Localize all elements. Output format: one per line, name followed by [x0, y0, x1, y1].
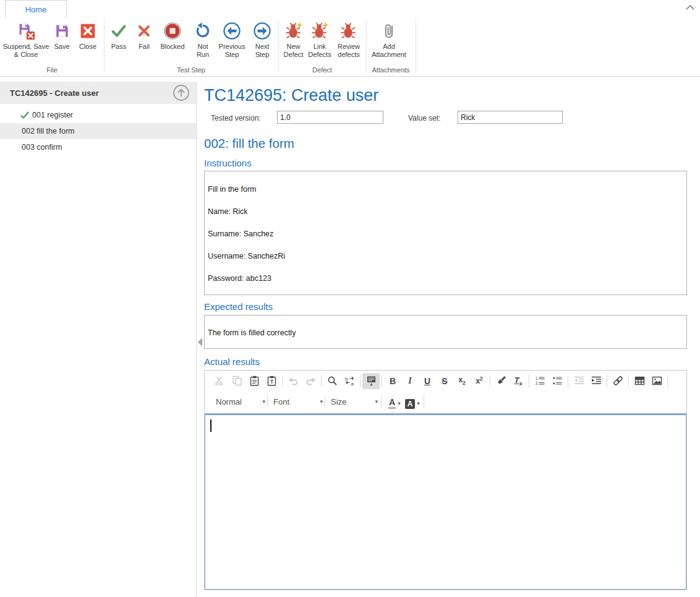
- italic-button[interactable]: I: [401, 373, 419, 389]
- toolbar-separator: [529, 375, 529, 387]
- font-dropdown[interactable]: Font ▾: [273, 394, 323, 409]
- insert-image-button[interactable]: [648, 373, 665, 389]
- format-painter-icon: [496, 376, 506, 386]
- previous-step-icon: [223, 20, 241, 41]
- toolbar-separator: [667, 375, 668, 387]
- paste-as-text-button[interactable]: T: [263, 373, 280, 389]
- paragraph-format-dropdown[interactable]: Normal ▾: [216, 394, 265, 409]
- undo-button[interactable]: [284, 373, 302, 389]
- save-icon: [53, 20, 70, 41]
- superscript-icon: x2: [476, 376, 483, 385]
- pass-icon: [109, 20, 128, 41]
- expected-results-box: The form is filled correctly: [204, 315, 687, 349]
- svg-text:T: T: [270, 379, 273, 385]
- button-label: Review defects: [334, 43, 364, 59]
- button-label: Add Attachment: [366, 43, 412, 59]
- value-set-input[interactable]: [458, 111, 563, 124]
- link-icon: [613, 376, 623, 386]
- find-button[interactable]: [323, 373, 341, 389]
- toolbar-separator: [424, 395, 424, 408]
- paperclip-icon: [380, 20, 398, 41]
- step-item-001-register[interactable]: 001 register: [0, 107, 196, 123]
- cut-button[interactable]: [211, 373, 228, 389]
- steps-sidebar: TC142695 - Create user 001 register 002 …: [0, 82, 197, 597]
- instruction-line: Name: Rick: [205, 200, 686, 223]
- subscript-button[interactable]: x2: [453, 373, 471, 389]
- instruction-line: Password: abc123: [205, 267, 686, 290]
- superscript-button[interactable]: x2: [471, 373, 488, 389]
- text-color-icon: A: [388, 398, 396, 409]
- toolbar-separator: [282, 375, 283, 387]
- collapse-ribbon-icon[interactable]: [685, 4, 695, 11]
- remove-format-icon: Tx: [514, 376, 523, 387]
- button-label: Save: [54, 43, 69, 51]
- bulleted-list-button[interactable]: [548, 373, 566, 389]
- not-run-icon: [194, 20, 212, 41]
- paragraph-format-value: Normal: [216, 397, 242, 406]
- svg-text:b: b: [345, 376, 348, 382]
- button-label: Blocked: [160, 43, 184, 51]
- decrease-indent-button[interactable]: [570, 373, 587, 389]
- actual-results-input[interactable]: [205, 413, 686, 590]
- format-painter-button[interactable]: [492, 373, 510, 389]
- remove-format-button[interactable]: Tx: [510, 373, 527, 389]
- subscript-icon: x2: [458, 376, 466, 386]
- splitter-collapse-handle[interactable]: [198, 338, 202, 346]
- text-color-button[interactable]: A ▾: [388, 394, 401, 409]
- underline-button[interactable]: U: [419, 373, 436, 389]
- insert-table-button[interactable]: [631, 373, 648, 389]
- bold-icon: B: [390, 376, 396, 386]
- size-dropdown[interactable]: Size ▾: [331, 394, 378, 409]
- actual-results-label: Actual results: [204, 356, 260, 367]
- button-label: Next Step: [250, 43, 275, 59]
- instruction-line: Fill in the form: [205, 178, 686, 200]
- redo-icon: [305, 376, 316, 386]
- sidebar-header: TC142695 - Create user: [0, 82, 196, 104]
- bulleted-list-icon: [552, 376, 563, 386]
- instruction-line: Surname: Sanchez: [205, 223, 686, 245]
- button-label: Link Defects: [305, 43, 334, 59]
- button-label: Previous Step: [214, 43, 250, 59]
- collapse-steps-panel-icon[interactable]: [173, 84, 190, 101]
- link-button[interactable]: [609, 373, 626, 389]
- table-icon: [634, 376, 645, 386]
- close-icon: [79, 20, 96, 41]
- select-all-button[interactable]: [362, 373, 380, 389]
- background-color-button[interactable]: A ▾: [405, 394, 420, 409]
- tab-home[interactable]: Home: [5, 0, 67, 18]
- button-label: Not Run: [190, 43, 215, 59]
- instructions-box: Fill in the form Name: Rick Surname: San…: [204, 171, 687, 295]
- strikethrough-icon: S: [442, 376, 447, 386]
- strikethrough-button[interactable]: S: [436, 373, 453, 389]
- image-icon: [652, 376, 662, 386]
- increase-indent-icon: [591, 376, 602, 386]
- button-label: Fail: [139, 43, 150, 51]
- chevron-down-icon: ▾: [320, 398, 323, 405]
- increase-indent-button[interactable]: [587, 373, 605, 389]
- paste-icon: [249, 376, 260, 386]
- ribbon: Suspend, Save & Close Save Close: [0, 17, 700, 77]
- numbered-list-button[interactable]: 1 2: [531, 373, 548, 389]
- svg-text:1: 1: [536, 376, 538, 380]
- bold-button[interactable]: B: [384, 373, 401, 389]
- italic-icon: I: [408, 376, 411, 386]
- copy-button[interactable]: [228, 373, 245, 389]
- replace-icon: b a: [344, 376, 355, 386]
- paste-button[interactable]: [245, 373, 263, 389]
- cut-icon: [215, 376, 225, 386]
- group-label-attachments: Attachments: [366, 66, 416, 74]
- svg-text:2: 2: [536, 381, 538, 385]
- group-separator: [104, 20, 105, 72]
- tested-version-input[interactable]: [277, 111, 383, 124]
- toolbar-separator: [360, 375, 361, 387]
- replace-button[interactable]: b a: [341, 373, 358, 389]
- redo-button[interactable]: [302, 373, 319, 389]
- paste-as-text-icon: T: [267, 376, 277, 386]
- step-item-003-confirm[interactable]: 003 confirm: [0, 139, 196, 155]
- step-item-002-fill-the-form[interactable]: 002 fill the form: [0, 123, 196, 139]
- search-icon: [327, 376, 338, 386]
- toolbar-separator: [382, 375, 382, 387]
- editor-toolbar-row-2: Normal ▾ Font ▾ Size ▾ A ▾ A ▾: [205, 391, 686, 412]
- suspend-save-close-icon: [17, 20, 35, 41]
- button-label: New Defect: [280, 43, 307, 59]
